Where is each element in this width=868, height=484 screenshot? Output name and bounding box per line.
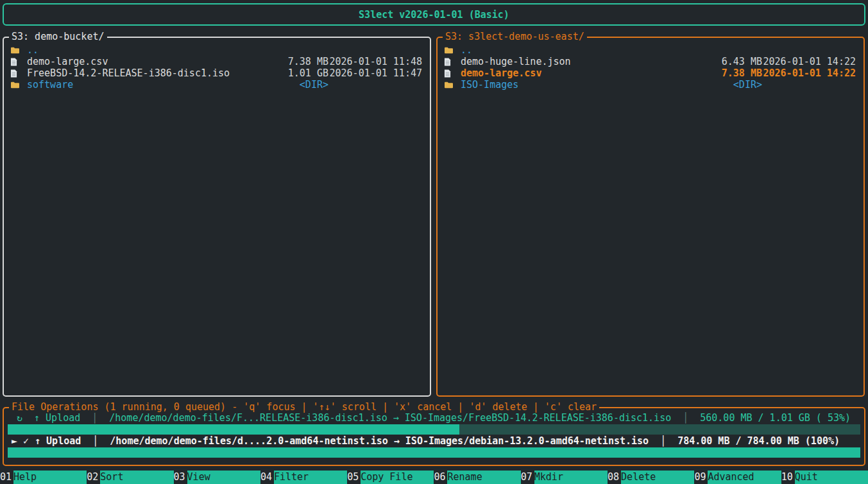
fkey-number: 02 xyxy=(87,471,100,484)
function-key-bar: 01Help 02Sort 03View 04Filter 05Copy Fil… xyxy=(0,471,868,484)
fkey-label: Rename xyxy=(447,471,520,484)
file-name: demo-large.csv xyxy=(27,56,269,67)
fkey-mkdir[interactable]: 07Mkdir xyxy=(521,471,608,484)
operation-progress-text: 784.00 MB / 784.00 MB (100%) xyxy=(677,435,840,447)
right-panel-title: S3: s3lect-demo-us-east/ xyxy=(443,31,587,42)
progress-bar xyxy=(8,447,860,458)
separator: │ xyxy=(660,435,666,447)
right-file-list: .. demo-huge-line.json 6.43 MB 2026-01-0… xyxy=(438,38,864,91)
fkey-label: Mkdir xyxy=(534,471,608,484)
title-bar: S3lect v2026-01-01 (Basic) xyxy=(3,3,865,26)
file-name: software xyxy=(27,79,269,91)
fkey-label: Quit xyxy=(795,471,868,484)
file-name: FreeBSD-14.2-RELEASE-i386-disc1.iso xyxy=(27,67,269,79)
file-name: demo-large.csv xyxy=(461,67,703,79)
file-name: demo-huge-line.json xyxy=(461,56,703,67)
fkey-label: Copy File xyxy=(361,471,434,484)
fkey-view[interactable]: 03View xyxy=(174,471,260,484)
fkey-label: Advanced xyxy=(708,471,781,484)
fkey-number: 01 xyxy=(0,471,13,484)
left-panel-title: S3: demo-bucket/ xyxy=(9,31,107,42)
app-window: S3lect v2026-01-01 (Basic) S3: demo-buck… xyxy=(0,0,868,484)
fkey-rename[interactable]: 06Rename xyxy=(434,471,520,484)
fkey-copy-file[interactable]: 05Copy File xyxy=(347,471,434,484)
operation-source: /home/demo/demo-files/d....2.0-amd64-net… xyxy=(110,435,387,447)
file-size: 1.01 GB xyxy=(269,67,328,79)
fkey-number: 09 xyxy=(694,471,708,484)
file-size: <DIR> xyxy=(269,79,328,91)
selection-marker-icon: ► xyxy=(12,435,17,447)
separator: │ xyxy=(92,435,98,447)
left-file-list: .. demo-large.csv 7.38 MB 2026-01-01 11:… xyxy=(4,38,430,91)
fkey-delete[interactable]: 08Delete xyxy=(608,471,694,484)
fkey-number: 10 xyxy=(781,471,795,484)
fkey-help[interactable]: 01Help xyxy=(0,471,87,484)
fkey-number: 03 xyxy=(174,471,187,484)
progress-bar-fill xyxy=(8,424,459,435)
file-size: 7.38 MB xyxy=(269,56,328,67)
progress-bar-fill xyxy=(8,447,860,458)
file-operations-header: File Operations (1 running, 0 queued) - … xyxy=(9,401,599,413)
file-operations-panel: File Operations (1 running, 0 queued) - … xyxy=(3,407,865,466)
fkey-label: Sort xyxy=(100,471,173,484)
fkey-filter[interactable]: 04Filter xyxy=(260,471,347,484)
file-row[interactable]: ISO-Images <DIR> xyxy=(438,79,864,91)
fkey-number: 06 xyxy=(434,471,447,484)
operation-type: Upload xyxy=(46,435,81,447)
check-icon: ✓ xyxy=(23,435,29,447)
file-icon xyxy=(10,58,22,66)
fkey-sort[interactable]: 02Sort xyxy=(87,471,173,484)
file-row[interactable]: demo-huge-line.json 6.43 MB 2026-01-01 1… xyxy=(438,56,864,67)
operation-dest: ISO-Images/debian-13.2.0-amd64-netinst.i… xyxy=(405,435,649,447)
file-row[interactable]: FreeBSD-14.2-RELEASE-i386-disc1.iso 1.01… xyxy=(4,67,430,79)
file-date: 2026-01-01 11:47 xyxy=(328,67,422,79)
folder-icon xyxy=(10,81,22,89)
operation-progress-text: 560.00 MB / 1.01 GB ( 53%) xyxy=(700,412,851,424)
fkey-number: 08 xyxy=(608,471,621,484)
operation-row[interactable]: ↻↑Upload│/home/demo/demo-files/F...RELEA… xyxy=(4,412,864,424)
spinner-icon: ↻ xyxy=(17,412,22,424)
fkey-number: 04 xyxy=(260,471,274,484)
file-date: 2026-01-01 11:48 xyxy=(328,56,422,67)
app-title: S3lect v2026-01-01 (Basic) xyxy=(359,9,509,21)
arrow-right-icon: → xyxy=(393,412,399,424)
file-size: 6.43 MB xyxy=(703,56,762,67)
right-panel: S3: s3lect-demo-us-east/ .. demo-huge-li… xyxy=(436,37,865,397)
file-name: ISO-Images xyxy=(461,79,703,91)
file-name: .. xyxy=(27,44,269,56)
operation-row-selected[interactable]: ►✓↑Upload│/home/demo/demo-files/d....2.0… xyxy=(4,435,864,447)
fkey-quit[interactable]: 10Quit xyxy=(781,471,868,484)
arrow-right-icon: → xyxy=(394,435,400,447)
left-panel: S3: demo-bucket/ .. demo-large.csv 7.38 … xyxy=(3,37,431,397)
separator: │ xyxy=(683,412,688,424)
separator: │ xyxy=(92,412,98,424)
upload-arrow-icon: ↑ xyxy=(34,412,40,424)
file-size: <DIR> xyxy=(703,79,762,91)
file-row[interactable]: .. xyxy=(4,44,430,56)
file-row[interactable]: demo-large.csv 7.38 MB 2026-01-01 11:48 xyxy=(4,56,430,67)
fkey-advanced[interactable]: 09Advanced xyxy=(694,471,781,484)
folder-icon xyxy=(444,81,455,89)
file-icon xyxy=(444,69,455,78)
operation-source: /home/demo/demo-files/F...RELEASE-i386-d… xyxy=(109,412,387,424)
operation-dest: ISO-Images/FreeBSD-14.2-RELEASE-i386-dis… xyxy=(405,412,671,424)
file-row[interactable]: software <DIR> xyxy=(4,79,430,91)
folder-icon xyxy=(444,46,455,55)
upload-arrow-icon: ↑ xyxy=(35,435,40,447)
fkey-label: Help xyxy=(13,471,87,484)
file-icon xyxy=(444,58,455,66)
fkey-label: Filter xyxy=(274,471,347,484)
file-date: 2026-01-01 14:22 xyxy=(762,67,856,79)
progress-bar xyxy=(8,424,860,435)
operation-type: Upload xyxy=(46,412,80,424)
fkey-label: View xyxy=(187,471,260,484)
file-row[interactable]: .. xyxy=(438,44,864,56)
fkey-number: 05 xyxy=(347,471,361,484)
file-row-selected[interactable]: demo-large.csv 7.38 MB 2026-01-01 14:22 xyxy=(438,67,864,79)
file-icon xyxy=(10,69,22,78)
file-name: .. xyxy=(461,44,703,56)
fkey-number: 07 xyxy=(521,471,534,484)
file-date: 2026-01-01 14:22 xyxy=(762,56,856,67)
fkey-label: Delete xyxy=(621,471,694,484)
folder-icon xyxy=(10,46,22,55)
